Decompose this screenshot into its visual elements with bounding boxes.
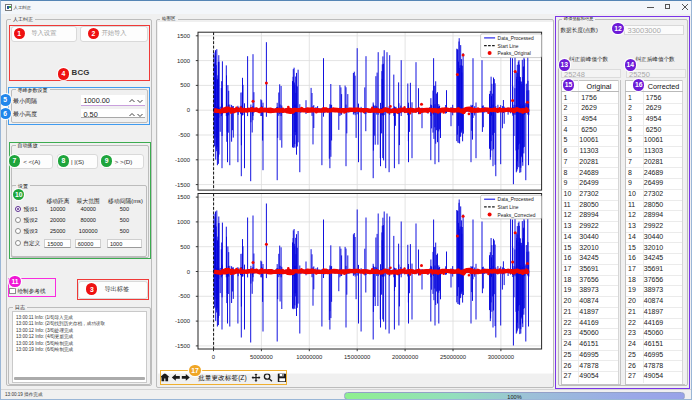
svg-text:10000000: 10000000 — [296, 354, 323, 360]
svg-text:1000: 1000 — [177, 218, 191, 224]
svg-text:1500: 1500 — [177, 32, 191, 38]
svg-text:5000000: 5000000 — [250, 354, 274, 360]
svg-text:Data_Processed: Data_Processed — [498, 36, 534, 41]
svg-text:-500: -500 — [178, 132, 191, 138]
svg-text:500: 500 — [180, 82, 191, 88]
svg-text:Start Line: Start Line — [498, 43, 519, 48]
svg-text:500: 500 — [180, 243, 191, 249]
svg-text:Peaks_Corrected: Peaks_Corrected — [498, 212, 536, 217]
svg-text:Data_Processed: Data_Processed — [498, 197, 534, 202]
svg-text:-1500: -1500 — [175, 342, 191, 348]
svg-text:-500: -500 — [178, 293, 191, 299]
svg-text:1500: 1500 — [177, 194, 191, 200]
svg-text:20000000: 20000000 — [392, 354, 419, 360]
svg-text:Peaks_Original: Peaks_Original — [498, 51, 531, 56]
svg-text:Start Line: Start Line — [498, 205, 519, 210]
svg-text:1000: 1000 — [177, 57, 191, 63]
svg-text:-1000: -1000 — [175, 156, 191, 162]
svg-text:-1000: -1000 — [175, 318, 191, 324]
svg-text:-1500: -1500 — [175, 181, 191, 187]
svg-text:30000000: 30000000 — [488, 354, 515, 360]
svg-text:25000000: 25000000 — [440, 354, 467, 360]
svg-text:15000000: 15000000 — [344, 354, 371, 360]
